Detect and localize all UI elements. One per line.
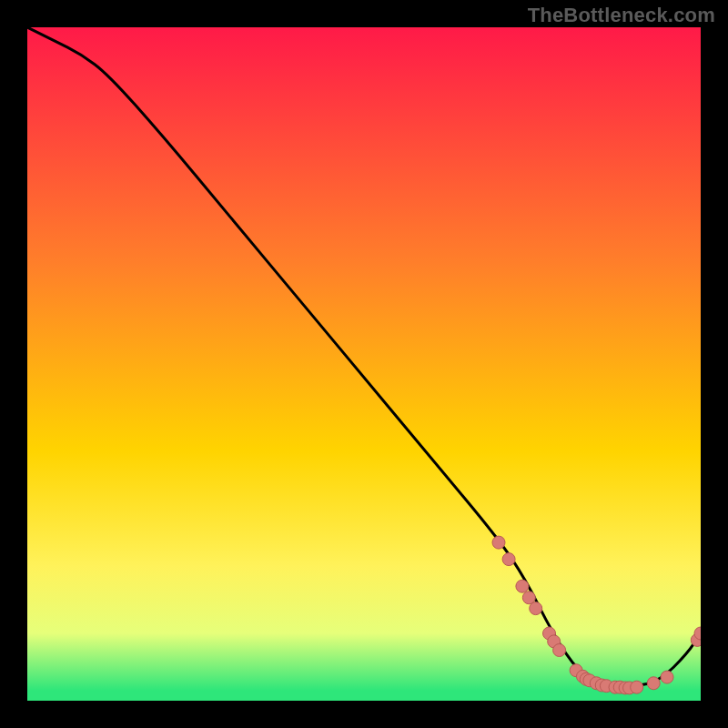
data-marker	[631, 681, 643, 693]
gradient-background	[27, 27, 701, 701]
data-marker	[647, 677, 660, 690]
data-marker	[516, 580, 529, 592]
chart-stage: TheBottleneck.com	[0, 0, 728, 728]
data-marker	[492, 536, 505, 549]
data-marker	[502, 553, 515, 566]
bottleneck-plot	[27, 27, 701, 701]
chart-svg	[27, 27, 701, 701]
attribution-text: TheBottleneck.com	[528, 4, 715, 27]
data-marker	[553, 644, 566, 657]
data-marker	[530, 602, 542, 615]
data-marker	[661, 671, 673, 683]
